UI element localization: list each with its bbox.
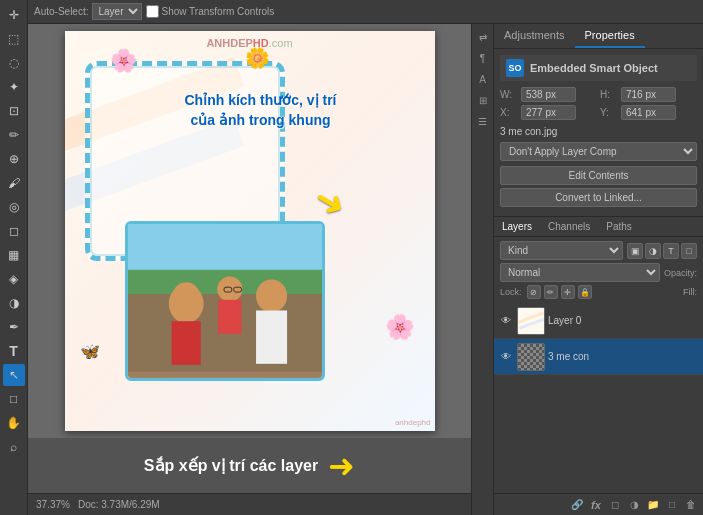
content-row: ANHDEPHD.com 🌸 🌼 — [28, 24, 703, 515]
vstrip-btn-5[interactable]: ☰ — [474, 112, 492, 130]
blend-mode-select[interactable]: Normal — [500, 263, 660, 282]
tool-lasso[interactable]: ◌ — [3, 52, 25, 74]
properties-body: SO Embedded Smart Object W: 538 px H: 71… — [494, 49, 703, 216]
svg-rect-4 — [171, 321, 200, 365]
edit-contents-btn[interactable]: Edit Contents — [500, 166, 697, 185]
3mecon-name: 3 me con — [548, 351, 699, 362]
doc-size: Doc: 3.73M/6.29M — [78, 499, 160, 510]
prop-h-value[interactable]: 716 px — [621, 87, 676, 102]
tool-brush[interactable]: 🖌 — [3, 172, 25, 194]
layer-item-3mecon[interactable]: 👁 3 me con — [494, 339, 703, 375]
filter-type-btn[interactable]: T — [663, 243, 679, 259]
vstrip-btn-4[interactable]: ⊞ — [474, 91, 492, 109]
canvas-area: ANHDEPHD.com 🌸 🌼 — [28, 24, 471, 515]
opacity-label: Opacity: — [664, 268, 697, 278]
tool-dodge[interactable]: ◑ — [3, 292, 25, 314]
tool-text[interactable]: T — [3, 340, 25, 362]
tool-clone[interactable]: ◎ — [3, 196, 25, 218]
file-name: 3 me con.jpg — [500, 124, 697, 139]
tool-pen[interactable]: ✒ — [3, 316, 25, 338]
properties-section: Adjustments Properties SO Embedded Smart… — [494, 24, 703, 216]
3mecon-eye[interactable]: 👁 — [498, 349, 514, 365]
prop-y: Y: 641 px — [600, 105, 697, 120]
props-grid: W: 538 px H: 716 px X: 277 px — [500, 87, 697, 120]
zoom-level: 37.37% — [36, 499, 70, 510]
fx-btn[interactable]: fx — [588, 497, 604, 513]
tool-hand[interactable]: ✋ — [3, 412, 25, 434]
canvas-document[interactable]: ANHDEPHD.com 🌸 🌼 — [65, 31, 435, 431]
left-toolbar: ✛ ⬚ ◌ ✦ ⊡ ✏ ⊕ 🖌 ◎ ◻ ▦ ◈ ◑ ✒ T ↖ □ ✋ ⌕ — [0, 0, 28, 515]
tab-paths[interactable]: Paths — [598, 217, 640, 236]
3mecon-thumbnail — [517, 343, 545, 371]
filter-kind-select[interactable]: Kind — [500, 241, 623, 260]
filter-pixel-btn[interactable]: ▣ — [627, 243, 643, 259]
bottom-annotation: Sắp xếp vị trí các layer ➜ — [28, 438, 471, 493]
layer-list: 👁 Layer 0 👁 — [494, 303, 703, 493]
prop-h-label: H: — [600, 89, 618, 100]
panel-tabs: Adjustments Properties — [494, 24, 703, 49]
new-layer-btn[interactable]: □ — [664, 497, 680, 513]
tool-shapes[interactable]: □ — [3, 388, 25, 410]
svg-point-6 — [217, 277, 242, 302]
canvas-background: ANHDEPHD.com 🌸 🌼 — [65, 31, 435, 431]
filter-adj-btn[interactable]: ◑ — [645, 243, 661, 259]
link-layers-btn[interactable]: 🔗 — [569, 497, 585, 513]
vertical-strip: ⇄ ¶ A ⊞ ☰ — [471, 24, 493, 515]
tool-zoom[interactable]: ⌕ — [3, 436, 25, 458]
vstrip-btn-1[interactable]: ⇄ — [474, 28, 492, 46]
tab-channels[interactable]: Channels — [540, 217, 598, 236]
lock-image-btn[interactable]: ✏ — [544, 285, 558, 299]
bottom-annotation-text: Sắp xếp vị trí các layer — [144, 456, 318, 475]
tool-eraser[interactable]: ◻ — [3, 220, 25, 242]
filter-shape-btn[interactable]: □ — [681, 243, 697, 259]
convert-to-linked-btn[interactable]: Convert to Linked... — [500, 188, 697, 207]
watermark-bottom: anhdephd — [395, 418, 431, 427]
vstrip-btn-2[interactable]: ¶ — [474, 49, 492, 67]
canvas-wrapper[interactable]: ANHDEPHD.com 🌸 🌼 — [28, 24, 471, 438]
smart-object-label: Embedded Smart Object — [530, 62, 658, 74]
butterfly: 🦋 — [80, 342, 100, 361]
right-panel: Adjustments Properties SO Embedded Smart… — [493, 24, 703, 515]
options-transform-checkbox[interactable] — [146, 5, 159, 18]
svg-rect-9 — [256, 310, 287, 363]
delete-layer-btn[interactable]: 🗑 — [683, 497, 699, 513]
layer-item-layer0[interactable]: 👁 Layer 0 — [494, 303, 703, 339]
layer-comp-select[interactable]: Don't Apply Layer Comp — [500, 142, 697, 161]
add-adjustment-btn[interactable]: ◑ — [626, 497, 642, 513]
photo-inner[interactable] — [125, 221, 325, 381]
tool-move[interactable]: ✛ — [3, 4, 25, 26]
tool-blur[interactable]: ◈ — [3, 268, 25, 290]
tab-adjustments[interactable]: Adjustments — [494, 24, 575, 48]
prop-h: H: 716 px — [600, 87, 697, 102]
flower-1: 🌸 — [110, 48, 137, 74]
layer0-thumb-svg — [518, 308, 545, 335]
blend-row: Normal Opacity: — [500, 263, 697, 282]
lock-label: Lock: — [500, 287, 522, 297]
options-layer-select[interactable]: Layer — [92, 3, 142, 20]
new-group-btn[interactable]: 📁 — [645, 497, 661, 513]
filter-icons: ▣ ◑ T □ — [627, 243, 697, 259]
tool-path-selection[interactable]: ↖ — [3, 364, 25, 386]
lock-row: Lock: ⊘ ✏ ✛ 🔒 Fill: — [500, 285, 697, 299]
layer0-thumbnail — [517, 307, 545, 335]
tool-crop[interactable]: ⊡ — [3, 100, 25, 122]
tool-magic-wand[interactable]: ✦ — [3, 76, 25, 98]
flower-2: 🌼 — [245, 46, 270, 70]
prop-w-value[interactable]: 538 px — [521, 87, 576, 102]
tab-properties[interactable]: Properties — [575, 24, 645, 48]
lock-position-btn[interactable]: ✛ — [561, 285, 575, 299]
tool-healing[interactable]: ⊕ — [3, 148, 25, 170]
prop-x-value[interactable]: 277 px — [521, 105, 576, 120]
tab-layers[interactable]: Layers — [494, 217, 540, 236]
tool-marquee[interactable]: ⬚ — [3, 28, 25, 50]
lock-all-btn[interactable]: 🔒 — [578, 285, 592, 299]
layer0-eye[interactable]: 👁 — [498, 313, 514, 329]
vstrip-btn-3[interactable]: A — [474, 70, 492, 88]
bottom-annotation-arrow: ➜ — [328, 447, 355, 485]
lock-transparent-btn[interactable]: ⊘ — [527, 285, 541, 299]
add-mask-btn[interactable]: ◻ — [607, 497, 623, 513]
prop-y-value[interactable]: 641 px — [621, 105, 676, 120]
app-container: ✛ ⬚ ◌ ✦ ⊡ ✏ ⊕ 🖌 ◎ ◻ ▦ ◈ ◑ ✒ T ↖ □ ✋ ⌕ Au… — [0, 0, 703, 515]
tool-eyedropper[interactable]: ✏ — [3, 124, 25, 146]
tool-gradient[interactable]: ▦ — [3, 244, 25, 266]
